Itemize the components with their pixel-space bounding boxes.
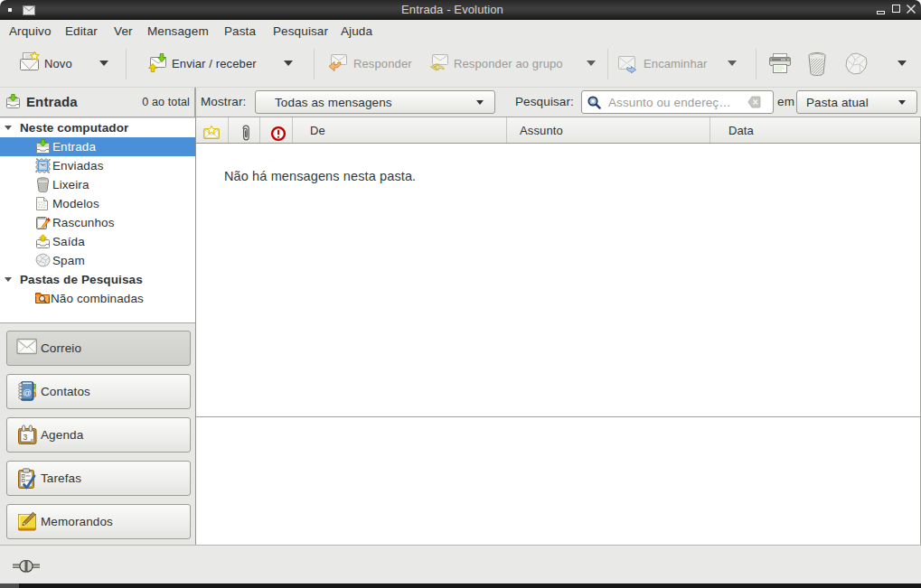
svg-text:@: @ <box>23 387 32 397</box>
svg-text:3: 3 <box>23 433 27 442</box>
